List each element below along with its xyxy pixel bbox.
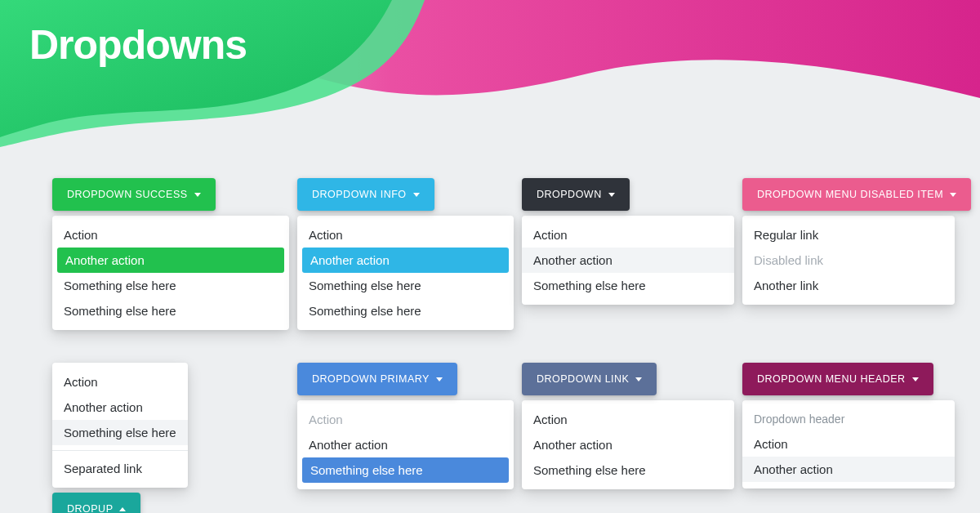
dropdown-primary: Dropdown Primary Action Another action S…	[297, 363, 514, 489]
button-label: Dropdown	[537, 189, 602, 200]
menu-item[interactable]: Something else here	[297, 298, 514, 323]
caret-down-icon	[413, 193, 420, 197]
menu-divider	[52, 450, 188, 451]
menu-item[interactable]: Action	[522, 222, 734, 248]
dropdown-info-button[interactable]: Dropdown Info	[297, 178, 434, 211]
button-label: Dropdown Success	[67, 189, 188, 200]
caret-down-icon	[436, 377, 443, 381]
menu-item[interactable]: Another link	[742, 273, 955, 298]
dropdown-pink-menu: Regular link Disabled link Another link	[742, 216, 955, 305]
menu-item-active[interactable]: Another action	[302, 248, 509, 273]
button-label: Dropup	[67, 503, 113, 513]
button-label: Dropdown Info	[312, 189, 407, 200]
menu-item-active[interactable]: Another action	[57, 248, 284, 273]
dropdown-dark: Dropdown Action Another action Something…	[522, 178, 734, 305]
dropdown-primary-button[interactable]: Dropdown Primary	[297, 363, 457, 395]
menu-item-disabled: Action	[297, 407, 514, 432]
dropdown-success: Dropdown Success Action Another action S…	[52, 178, 289, 330]
menu-item[interactable]: Action	[522, 407, 734, 432]
caret-down-icon	[912, 377, 919, 381]
menu-item-disabled: Disabled link	[742, 248, 955, 273]
menu-item[interactable]: Action	[297, 222, 514, 248]
menu-item[interactable]: Something else here	[52, 298, 289, 323]
menu-item[interactable]: Separated link	[52, 456, 188, 481]
button-label: Dropdown Menu Header	[757, 373, 906, 385]
page-title: Dropdowns	[29, 21, 247, 69]
menu-item[interactable]: Something else here	[52, 273, 289, 298]
dropdown-info-menu: Action Another action Something else her…	[297, 216, 514, 330]
dropup-teal-menu: Action Another action Something else her…	[52, 363, 188, 488]
dropdown-header: Dropdown Menu Header Dropdown header Act…	[742, 363, 955, 488]
caret-down-icon	[608, 193, 615, 197]
dropdown-link-button[interactable]: Dropdown Link	[522, 363, 657, 395]
menu-item[interactable]: Another action	[522, 432, 734, 457]
dropdown-header-button[interactable]: Dropdown Menu Header	[742, 363, 933, 395]
menu-item[interactable]: Action	[52, 222, 289, 248]
dropdown-disabled-item: Dropdown Menu Disabled Item Regular link…	[742, 178, 955, 305]
menu-item[interactable]: Action	[742, 431, 955, 457]
dropdown-header-menu: Dropdown header Action Another action	[742, 400, 955, 488]
dropdown-success-button[interactable]: Dropdown Success	[52, 178, 216, 211]
menu-item-hover[interactable]: Another action	[522, 248, 734, 273]
dropdown-dark-button[interactable]: Dropdown	[522, 178, 630, 211]
caret-down-icon	[950, 193, 956, 197]
dropup-teal: Dropup Action Another action Something e…	[52, 363, 289, 513]
menu-item[interactable]: Something else here	[297, 273, 514, 298]
caret-down-icon	[635, 377, 642, 381]
menu-item[interactable]: Action	[52, 369, 188, 395]
menu-item-active[interactable]: Something else here	[302, 457, 509, 483]
menu-item[interactable]: Another action	[297, 432, 514, 457]
menu-item-hover[interactable]: Something else here	[52, 420, 188, 445]
page-hero: Dropdowns	[0, 0, 980, 180]
dropdown-dark-menu: Action Another action Something else her…	[522, 216, 734, 305]
dropdown-primary-menu: Action Another action Something else her…	[297, 400, 514, 489]
button-label: Dropdown Menu Disabled Item	[757, 189, 943, 200]
dropup-teal-button[interactable]: Dropup	[52, 493, 140, 513]
menu-header: Dropdown header	[742, 407, 955, 431]
dropdown-pink-button[interactable]: Dropdown Menu Disabled Item	[742, 178, 971, 211]
menu-item[interactable]: Another action	[52, 395, 188, 420]
dropdown-success-menu: Action Another action Something else her…	[52, 216, 289, 330]
dropdown-grid: Dropdown Success Action Another action S…	[52, 178, 947, 513]
caret-up-icon	[119, 507, 126, 511]
menu-item[interactable]: Something else here	[522, 273, 734, 298]
dropdown-link-menu: Action Another action Something else her…	[522, 400, 734, 489]
menu-item[interactable]: Regular link	[742, 222, 955, 248]
caret-down-icon	[194, 193, 201, 197]
dropdown-info: Dropdown Info Action Another action Some…	[297, 178, 514, 330]
button-label: Dropdown Link	[537, 373, 629, 385]
menu-item[interactable]: Something else here	[522, 457, 734, 483]
button-label: Dropdown Primary	[312, 373, 430, 385]
dropdown-link: Dropdown Link Action Another action Some…	[522, 363, 734, 489]
menu-item-hover[interactable]: Another action	[742, 457, 955, 482]
